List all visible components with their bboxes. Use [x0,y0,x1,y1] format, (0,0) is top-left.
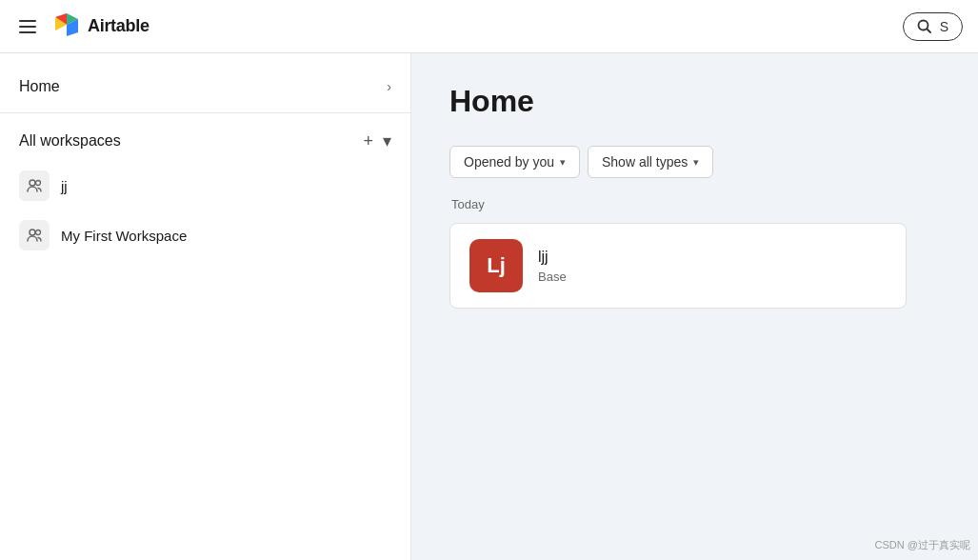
svg-point-10 [36,230,41,235]
app-header: Airtable S [0,0,978,53]
search-label: S [940,19,948,34]
base-icon-text: Lj [487,253,506,278]
base-name: ljj [538,249,567,266]
opened-by-you-filter[interactable]: Opened by you ▾ [449,146,580,178]
all-workspaces-row[interactable]: All workspaces + ▾ [0,121,410,161]
hamburger-menu-button[interactable] [15,16,40,37]
logo-text: Airtable [88,16,150,36]
workspace-actions: + ▾ [363,130,391,151]
content-inner: Home Opened by you ▾ Show all types ▾ To… [411,53,978,560]
search-icon [917,19,932,34]
show-all-types-chevron-icon: ▾ [693,156,699,169]
jj-workspace-icon [19,170,50,201]
opened-by-you-label: Opened by you [464,154,554,170]
svg-point-8 [36,181,41,186]
my-first-workspace-icon [19,220,50,250]
opened-by-you-chevron-icon: ▾ [560,156,566,169]
home-chevron-icon: › [387,79,391,94]
home-label: Home [19,78,60,95]
show-all-types-filter[interactable]: Show all types ▾ [588,146,713,178]
sidebar: Home › All workspaces + ▾ jj [0,53,411,560]
watermark: CSDN @过于真实呢 [875,538,970,552]
workspaces-chevron-icon: ▾ [383,130,391,151]
base-type: Base [538,270,567,284]
main-content: Home Opened by you ▾ Show all types ▾ To… [411,53,978,560]
header-right: S [903,12,963,41]
main-layout: Home › All workspaces + ▾ jj [0,53,978,560]
group-icon-2 [26,227,43,244]
sidebar-divider [0,112,410,113]
group-icon [26,177,43,194]
today-section-label: Today [449,197,940,211]
logo[interactable]: Airtable [51,11,150,42]
add-workspace-button[interactable]: + [363,131,373,151]
page-title: Home [449,84,940,119]
base-icon-ljj: Lj [469,239,523,292]
sidebar-item-my-first-workspace[interactable]: My First Workspace [0,210,410,260]
all-workspaces-label: All workspaces [19,132,363,150]
svg-line-6 [927,29,930,32]
base-card-ljj[interactable]: Lj ljj Base [449,223,907,309]
jj-label: jj [61,178,68,194]
sidebar-item-jj[interactable]: jj [0,161,410,210]
my-first-workspace-label: My First Workspace [61,228,187,244]
base-info: ljj Base [538,249,567,284]
show-all-types-label: Show all types [602,154,688,170]
filter-row: Opened by you ▾ Show all types ▾ [449,146,940,178]
search-button[interactable]: S [903,12,963,41]
sidebar-item-home[interactable]: Home › [0,69,410,105]
airtable-logo-icon [51,11,82,42]
svg-point-7 [30,180,35,186]
svg-point-9 [30,230,35,235]
header-left: Airtable [15,11,150,42]
